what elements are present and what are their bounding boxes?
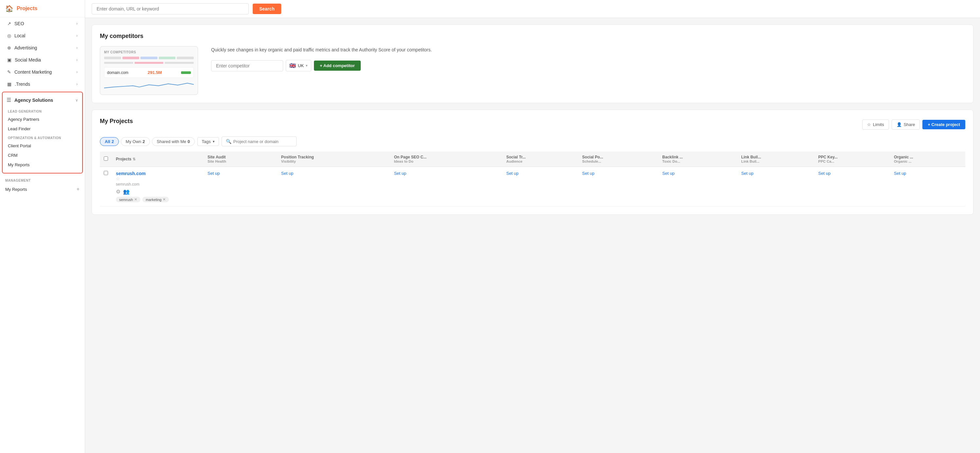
social-media-label: Social Media [15, 57, 41, 62]
settings-icon[interactable]: ⚙ [116, 189, 121, 195]
advertising-chevron: › [76, 46, 78, 50]
tag-semrush-remove[interactable]: ✕ [134, 197, 137, 202]
competitors-preview: MY COMPETITORS domain.com [100, 46, 198, 95]
th-label-7: Link Buil... [741, 155, 810, 159]
setup-social-tr: Set up [503, 167, 578, 207]
search-button[interactable]: Search [253, 3, 281, 14]
content-area: My competitors MY COMPETITORS [85, 18, 980, 453]
management-section-label: MANAGEMENT [0, 175, 85, 184]
trends-chevron: › [76, 82, 78, 86]
th-sublabel-3: Ideas to Do [394, 159, 498, 163]
competitor-input[interactable] [211, 60, 283, 72]
advertising-label: Advertising [14, 45, 37, 51]
filter-tab-shared-with-me[interactable]: Shared with Me 0 [152, 137, 195, 146]
setup-position-tracking: Set up [277, 167, 390, 207]
th-label-6: Backlink ... [662, 155, 733, 159]
th-col-9: Organic ...Organic ... [890, 151, 965, 167]
setup-site-audit-link[interactable]: Set up [207, 171, 220, 176]
th-sublabel-5: Schedule... [582, 159, 655, 163]
projects-table-body: semrush.com ☆ semrush.com ⚙ 👥 semrush ✕ [100, 167, 965, 207]
management-my-reports-plus[interactable]: + [76, 186, 80, 192]
management-my-reports-label: My Reports [5, 187, 27, 192]
seo-icon: ↗ [7, 21, 11, 26]
sidebar: 🏠 Projects ↗ SEO › ◎ Local › ⊕ Advertisi… [0, 0, 85, 453]
management-item-my-reports[interactable]: My Reports + [0, 184, 85, 195]
filter-tab-count-0: 2 [111, 139, 114, 144]
social-media-icon: ▣ [7, 57, 11, 62]
share-label: Share [904, 122, 915, 127]
submenu-item-agency-partners[interactable]: Agency Partners [3, 114, 82, 124]
preview-bar-4 [159, 57, 176, 59]
tag-marketing-remove[interactable]: ✕ [163, 197, 165, 202]
local-label: Local [14, 33, 25, 38]
agency-solutions-header[interactable]: ☰ Agency Solutions ∨ [3, 94, 82, 106]
project-name-link[interactable]: semrush.com [116, 171, 200, 176]
submenu-item-lead-finder[interactable]: Lead Finder [3, 124, 82, 134]
setup-position-tracking-link[interactable]: Set up [281, 171, 294, 176]
table-header-row: Projects ⇅Site AuditSite HealthPosition … [100, 151, 965, 167]
uk-flag-icon: 🇬🇧 [290, 62, 296, 69]
filter-tab-label-0: All [105, 139, 110, 144]
sidebar-item-seo[interactable]: ↗ SEO › [2, 17, 83, 29]
select-all-checkbox[interactable] [104, 156, 108, 161]
create-project-button[interactable]: + Create project [923, 120, 965, 129]
competitors-content: MY COMPETITORS domain.com [100, 46, 965, 95]
lead-generation-label: LEAD GENERATION [3, 107, 82, 114]
projects-table-head: Projects ⇅Site AuditSite HealthPosition … [100, 151, 965, 167]
add-competitor-button[interactable]: + Add competitor [314, 60, 361, 71]
projects-card: My Projects ☆ Limits 👤 Share + Create pr… [92, 110, 974, 215]
th-sublabel-7: Link Buil... [741, 159, 810, 163]
submenu-item-my-reports-agency[interactable]: My Reports [3, 160, 82, 170]
sidebar-item-trends[interactable]: ▦ .Trends › [2, 78, 83, 90]
setup-organic-link[interactable]: Set up [894, 171, 906, 176]
tag-marketing-label: marketing [146, 198, 161, 202]
setup-social-tr-link[interactable]: Set up [506, 171, 519, 176]
filter-row: All 2My Own 2Shared with Me 0 Tags ▾ 🔍 [100, 137, 965, 146]
filter-tab-count-2: 0 [188, 139, 190, 144]
filter-tab-all[interactable]: All 2 [100, 137, 119, 146]
th-label-9: Organic ... [894, 155, 961, 159]
th-col-8: PPC Key...PPC Ca... [815, 151, 890, 167]
search-input[interactable] [92, 3, 249, 14]
sidebar-item-content-marketing[interactable]: ✎ Content Marketing › [2, 66, 83, 78]
th-col-7: Link Buil...Link Buil... [737, 151, 814, 167]
submenu-item-crm[interactable]: CRM [3, 151, 82, 160]
setup-social-po-link[interactable]: Set up [582, 171, 595, 176]
project-checkbox-cell [100, 167, 112, 207]
tags-filter[interactable]: Tags ▾ [197, 137, 219, 146]
submenu-item-client-portal[interactable]: Client Portal [3, 141, 82, 151]
project-checkbox[interactable] [104, 171, 108, 175]
th-label-3: On Page SEO C... [394, 155, 498, 159]
local-icon: ◎ [7, 33, 11, 38]
th-label-5: Social Po... [582, 155, 655, 159]
star-icon[interactable]: ☆ [116, 176, 120, 181]
share-button[interactable]: 👤 Share [892, 119, 920, 130]
setup-backlink-link[interactable]: Set up [662, 171, 675, 176]
agency-solutions-chevron: ∨ [75, 98, 78, 102]
setup-ppc-key-link[interactable]: Set up [818, 171, 831, 176]
country-select[interactable]: 🇬🇧 UK ▾ [286, 60, 311, 72]
th-checkbox [100, 151, 112, 167]
preview-bar-metric [181, 72, 191, 74]
social-media-chevron: › [76, 57, 78, 62]
competitors-description: Quickly see changes in key organic and p… [211, 46, 965, 53]
projects-actions: ☆ Limits 👤 Share + Create project [862, 119, 965, 130]
filter-tab-my-own[interactable]: My Own 2 [121, 137, 150, 146]
users-icon[interactable]: 👥 [123, 189, 130, 195]
competitors-title: My competitors [100, 33, 965, 40]
sidebar-item-advertising[interactable]: ⊕ Advertising › [2, 42, 83, 54]
sidebar-item-local[interactable]: ◎ Local › [2, 30, 83, 41]
limits-button[interactable]: ☆ Limits [862, 119, 889, 130]
setup-link-build-link[interactable]: Set up [741, 171, 754, 176]
filter-tab-count-1: 2 [143, 139, 145, 144]
sidebar-item-social-media[interactable]: ▣ Social Media › [2, 54, 83, 66]
limits-label: Limits [873, 122, 884, 127]
topbar: Search [85, 0, 980, 18]
project-info-cell: semrush.com ☆ semrush.com ⚙ 👥 semrush ✕ [112, 167, 204, 207]
th-label-0: Projects ⇅ [116, 157, 200, 161]
setup-on-page-seo-link[interactable]: Set up [394, 171, 407, 176]
preview-bars-2 [104, 62, 194, 64]
th-sublabel-1: Site Health [207, 159, 273, 163]
project-search-input[interactable] [233, 139, 292, 144]
optimization-label: OPTIMIZATION & AUTOMATION [3, 134, 82, 141]
